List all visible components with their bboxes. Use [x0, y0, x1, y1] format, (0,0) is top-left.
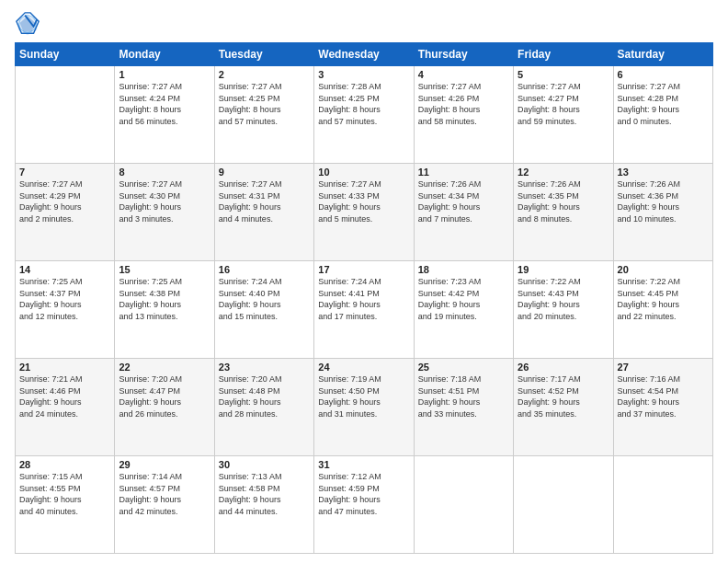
day-info: Sunrise: 7:20 AM Sunset: 4:48 PM Dayligh… — [219, 373, 310, 419]
day-info: Sunrise: 7:26 AM Sunset: 4:36 PM Dayligh… — [618, 178, 709, 224]
calendar-cell: 19Sunrise: 7:22 AM Sunset: 4:43 PM Dayli… — [514, 261, 613, 359]
calendar-cell: 8Sunrise: 7:27 AM Sunset: 4:30 PM Daylig… — [115, 164, 214, 261]
day-info: Sunrise: 7:28 AM Sunset: 4:25 PM Dayligh… — [318, 81, 409, 127]
calendar-cell: 7Sunrise: 7:27 AM Sunset: 4:29 PM Daylig… — [16, 164, 115, 261]
calendar-week-row: 7Sunrise: 7:27 AM Sunset: 4:29 PM Daylig… — [16, 164, 713, 261]
day-number: 22 — [119, 362, 210, 373]
calendar-cell: 16Sunrise: 7:24 AM Sunset: 4:40 PM Dayli… — [214, 261, 313, 359]
day-number: 13 — [618, 167, 709, 178]
day-info: Sunrise: 7:27 AM Sunset: 4:29 PM Dayligh… — [19, 178, 110, 224]
day-number: 8 — [119, 167, 210, 178]
day-number: 27 — [618, 362, 709, 373]
calendar-cell: 31Sunrise: 7:12 AM Sunset: 4:59 PM Dayli… — [314, 456, 414, 554]
day-number: 31 — [318, 459, 409, 470]
day-header-tuesday: Tuesday — [214, 43, 313, 66]
day-info: Sunrise: 7:27 AM Sunset: 4:30 PM Dayligh… — [119, 178, 210, 224]
calendar-cell: 9Sunrise: 7:27 AM Sunset: 4:31 PM Daylig… — [214, 164, 313, 261]
day-header-thursday: Thursday — [414, 43, 513, 66]
calendar-cell: 2Sunrise: 7:27 AM Sunset: 4:25 PM Daylig… — [214, 66, 313, 164]
calendar-cell: 6Sunrise: 7:27 AM Sunset: 4:28 PM Daylig… — [613, 66, 712, 164]
day-header-monday: Monday — [115, 43, 214, 66]
day-number: 4 — [418, 69, 509, 80]
calendar-cell: 11Sunrise: 7:26 AM Sunset: 4:34 PM Dayli… — [414, 164, 513, 261]
day-info: Sunrise: 7:25 AM Sunset: 4:37 PM Dayligh… — [19, 276, 110, 322]
day-number: 7 — [19, 167, 110, 178]
day-info: Sunrise: 7:12 AM Sunset: 4:59 PM Dayligh… — [318, 471, 409, 517]
calendar-cell: 18Sunrise: 7:23 AM Sunset: 4:42 PM Dayli… — [414, 261, 513, 359]
calendar-cell: 10Sunrise: 7:27 AM Sunset: 4:33 PM Dayli… — [314, 164, 414, 261]
day-info: Sunrise: 7:22 AM Sunset: 4:45 PM Dayligh… — [618, 276, 709, 322]
day-header-sunday: Sunday — [16, 43, 115, 66]
day-number: 14 — [19, 264, 110, 275]
calendar-cell — [16, 66, 115, 164]
calendar-cell: 20Sunrise: 7:22 AM Sunset: 4:45 PM Dayli… — [613, 261, 712, 359]
day-number: 25 — [418, 362, 509, 373]
calendar-cell: 17Sunrise: 7:24 AM Sunset: 4:41 PM Dayli… — [314, 261, 414, 359]
calendar-cell: 25Sunrise: 7:18 AM Sunset: 4:51 PM Dayli… — [414, 359, 513, 456]
day-number: 1 — [119, 69, 210, 80]
day-number: 6 — [618, 69, 709, 80]
calendar-cell: 14Sunrise: 7:25 AM Sunset: 4:37 PM Dayli… — [16, 261, 115, 359]
calendar-header: SundayMondayTuesdayWednesdayThursdayFrid… — [16, 43, 713, 66]
day-info: Sunrise: 7:25 AM Sunset: 4:38 PM Dayligh… — [119, 276, 210, 322]
day-number: 16 — [219, 264, 310, 275]
calendar-cell — [613, 456, 712, 554]
day-number: 3 — [318, 69, 409, 80]
day-info: Sunrise: 7:18 AM Sunset: 4:51 PM Dayligh… — [418, 373, 509, 419]
logo — [15, 11, 44, 37]
calendar-cell: 28Sunrise: 7:15 AM Sunset: 4:55 PM Dayli… — [16, 456, 115, 554]
calendar-cell: 21Sunrise: 7:21 AM Sunset: 4:46 PM Dayli… — [16, 359, 115, 456]
day-number: 30 — [219, 459, 310, 470]
header — [15, 11, 713, 37]
day-number: 23 — [219, 362, 310, 373]
day-info: Sunrise: 7:22 AM Sunset: 4:43 PM Dayligh… — [518, 276, 609, 322]
day-number: 10 — [318, 167, 409, 178]
days-header-row: SundayMondayTuesdayWednesdayThursdayFrid… — [16, 43, 713, 66]
day-info: Sunrise: 7:23 AM Sunset: 4:42 PM Dayligh… — [418, 276, 509, 322]
day-number: 24 — [318, 362, 409, 373]
day-number: 19 — [518, 264, 609, 275]
calendar-cell: 23Sunrise: 7:20 AM Sunset: 4:48 PM Dayli… — [214, 359, 313, 456]
day-number: 5 — [518, 69, 609, 80]
calendar-cell: 22Sunrise: 7:20 AM Sunset: 4:47 PM Dayli… — [115, 359, 214, 456]
day-info: Sunrise: 7:21 AM Sunset: 4:46 PM Dayligh… — [19, 373, 110, 419]
page: SundayMondayTuesdayWednesdayThursdayFrid… — [0, 0, 728, 563]
calendar-cell: 26Sunrise: 7:17 AM Sunset: 4:52 PM Dayli… — [514, 359, 613, 456]
day-info: Sunrise: 7:15 AM Sunset: 4:55 PM Dayligh… — [19, 471, 110, 517]
day-number: 2 — [219, 69, 310, 80]
day-info: Sunrise: 7:26 AM Sunset: 4:34 PM Dayligh… — [418, 178, 509, 224]
calendar-week-row: 28Sunrise: 7:15 AM Sunset: 4:55 PM Dayli… — [16, 456, 713, 554]
calendar-cell — [514, 456, 613, 554]
calendar-week-row: 14Sunrise: 7:25 AM Sunset: 4:37 PM Dayli… — [16, 261, 713, 359]
day-info: Sunrise: 7:26 AM Sunset: 4:35 PM Dayligh… — [518, 178, 609, 224]
calendar-cell: 15Sunrise: 7:25 AM Sunset: 4:38 PM Dayli… — [115, 261, 214, 359]
day-info: Sunrise: 7:20 AM Sunset: 4:47 PM Dayligh… — [119, 373, 210, 419]
day-info: Sunrise: 7:13 AM Sunset: 4:58 PM Dayligh… — [219, 471, 310, 517]
calendar-cell: 13Sunrise: 7:26 AM Sunset: 4:36 PM Dayli… — [613, 164, 712, 261]
day-info: Sunrise: 7:27 AM Sunset: 4:33 PM Dayligh… — [318, 178, 409, 224]
calendar-week-row: 21Sunrise: 7:21 AM Sunset: 4:46 PM Dayli… — [16, 359, 713, 456]
calendar-cell: 5Sunrise: 7:27 AM Sunset: 4:27 PM Daylig… — [514, 66, 613, 164]
calendar-cell: 12Sunrise: 7:26 AM Sunset: 4:35 PM Dayli… — [514, 164, 613, 261]
day-number: 12 — [518, 167, 609, 178]
calendar-cell — [414, 456, 513, 554]
day-number: 29 — [119, 459, 210, 470]
day-info: Sunrise: 7:24 AM Sunset: 4:40 PM Dayligh… — [219, 276, 310, 322]
day-number: 21 — [19, 362, 110, 373]
calendar-cell: 29Sunrise: 7:14 AM Sunset: 4:57 PM Dayli… — [115, 456, 214, 554]
day-info: Sunrise: 7:27 AM Sunset: 4:24 PM Dayligh… — [119, 81, 210, 127]
day-number: 17 — [318, 264, 409, 275]
day-header-wednesday: Wednesday — [314, 43, 414, 66]
day-number: 20 — [618, 264, 709, 275]
day-info: Sunrise: 7:24 AM Sunset: 4:41 PM Dayligh… — [318, 276, 409, 322]
day-header-friday: Friday — [514, 43, 613, 66]
calendar-cell: 24Sunrise: 7:19 AM Sunset: 4:50 PM Dayli… — [314, 359, 414, 456]
day-info: Sunrise: 7:27 AM Sunset: 4:26 PM Dayligh… — [418, 81, 509, 127]
day-number: 18 — [418, 264, 509, 275]
calendar-body: 1Sunrise: 7:27 AM Sunset: 4:24 PM Daylig… — [16, 66, 713, 554]
calendar-cell: 1Sunrise: 7:27 AM Sunset: 4:24 PM Daylig… — [115, 66, 214, 164]
calendar-cell: 30Sunrise: 7:13 AM Sunset: 4:58 PM Dayli… — [214, 456, 313, 554]
day-info: Sunrise: 7:27 AM Sunset: 4:31 PM Dayligh… — [219, 178, 310, 224]
logo-icon — [15, 11, 40, 37]
day-info: Sunrise: 7:27 AM Sunset: 4:28 PM Dayligh… — [618, 81, 709, 127]
